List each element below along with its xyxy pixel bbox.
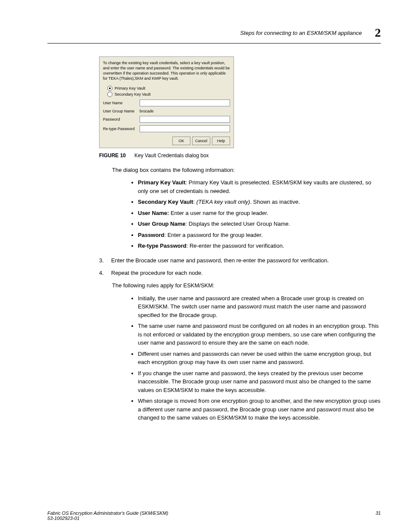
radio-selected-icon [107, 86, 112, 91]
chapter-number: 2 [375, 26, 381, 40]
help-button[interactable]: Help [212, 137, 230, 145]
user-group-name-label: User Group Name [103, 109, 140, 113]
step-4: 4.Repeat the procedure for each node. [99, 269, 381, 277]
primary-key-vault-radio[interactable]: Primary Key Vault [107, 86, 230, 91]
list-item: Secondary Key Vault: (TEKA key vault onl… [138, 198, 381, 206]
page-footer: Fabric OS Encryption Administrator's Gui… [47, 510, 381, 521]
list-item: Re-type Password: Re-enter the password … [138, 242, 381, 250]
list-item: When storage is moved from one encryptio… [138, 397, 381, 422]
user-group-name-value: brocade [140, 109, 154, 113]
list-item: User Name: Enter a user name for the gro… [138, 209, 381, 218]
intro-paragraph: The dialog box contains the following in… [112, 166, 381, 174]
list-item: Different user names and passwords can n… [138, 350, 381, 367]
list-item: If you change the user name and password… [138, 369, 381, 395]
footer-page-number: 31 [376, 510, 381, 521]
section-title: Steps for connecting to an ESKM/SKM appl… [240, 30, 362, 36]
password-input[interactable] [140, 116, 230, 123]
figure-text: Key Vault Credentials dialog box [134, 152, 209, 159]
list-item: Primary Key Vault: Primary Key Vault is … [138, 178, 381, 195]
footer-doc-number: 53-1002923-01 [47, 516, 168, 521]
footer-book-title: Fabric OS Encryption Administrator's Gui… [47, 510, 168, 516]
radio-label: Primary Key Vault [115, 86, 145, 90]
list-item: Initially, the user name and password ar… [138, 294, 381, 320]
list-item: User Group Name: Displays the selected U… [138, 220, 381, 228]
list-item: Password: Enter a password for the group… [138, 231, 381, 240]
secondary-key-vault-radio[interactable]: Secondary Key Vault [107, 92, 230, 97]
radio-label: Secondary Key Vault [115, 92, 150, 96]
cancel-button[interactable]: Cancel [192, 137, 210, 145]
ok-button[interactable]: OK [172, 137, 190, 145]
user-name-label: User Name [103, 101, 140, 105]
page-header: Steps for connecting to an ESKM/SKM appl… [47, 26, 381, 44]
radio-unselected-icon [107, 92, 112, 97]
retype-password-input[interactable] [140, 125, 230, 132]
password-label: Password [103, 117, 140, 121]
definition-list: Primary Key Vault: Primary Key Vault is … [112, 178, 381, 250]
retype-password-label: Re-type Password [103, 127, 140, 131]
dialog-description: To change the existing key vault credent… [103, 60, 230, 81]
figure-label: FIGURE 10 [99, 152, 126, 159]
user-name-input[interactable] [140, 100, 230, 106]
rules-intro: The following rules apply for ESKM/SKM: [112, 282, 381, 290]
key-vault-credentials-dialog: To change the existing key vault credent… [99, 56, 234, 148]
list-item: The same user name and password must be … [138, 322, 381, 347]
figure-caption: FIGURE 10 Key Vault Credentials dialog b… [99, 152, 381, 159]
step-3: 3.Enter the Brocade user name and passwo… [99, 256, 381, 265]
rules-list: Initially, the user name and password ar… [112, 294, 381, 422]
